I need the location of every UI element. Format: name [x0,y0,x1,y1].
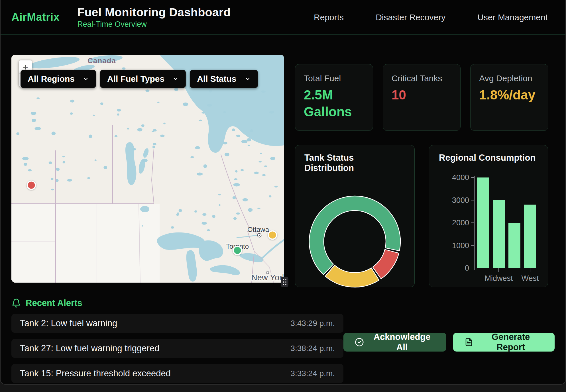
bell-icon [11,298,21,308]
stat-label: Critical Tanks [392,74,452,83]
alert-time: 3:33:24 p.m. [290,369,335,378]
chevron-down-icon [172,76,179,82]
nav-item-disaster-recovery[interactable]: Disaster Recovery [376,13,445,22]
filter-all-status[interactable]: All Status [190,70,258,88]
alert-message: Tank 27: Low fuel warning triggered [20,343,159,354]
filter-label: All Regions [28,74,75,84]
map-filter-bar: All RegionsAll Fuel TypesAll Status [21,70,258,88]
map-panel: Canada Ottawa Toronto New York + − All R… [11,55,284,283]
stat-card-critical-tanks: Critical Tanks 10 [383,64,461,131]
alert-time: 3:38:24 p.m. [290,344,335,353]
donut-chart [306,193,403,290]
dashboard-frame: AirMatrix Fuel Monitoring Dashboard Real… [0,0,566,385]
alert-message: Tank 2: Low fuel warning [20,318,117,328]
alerts-section: Recent Alerts Tank 2: Low fuel warning3:… [1,298,565,385]
y-tick-label: 3000 [452,196,469,205]
alerts-title: Recent Alerts [26,298,82,308]
alert-row[interactable]: Tank 27: Low fuel warning triggered3:38:… [11,339,343,358]
main-content: Canada Ottawa Toronto New York + − All R… [1,55,565,287]
y-tick-label: 2000 [452,219,469,227]
alert-actions: Acknowledge All Generate Report [343,333,555,385]
main-nav: ReportsDisaster RecoveryUser Management [314,13,555,22]
regional-consumption-card: Regional Consumption 01000200030004000Mi… [429,145,548,287]
filter-label: All Status [197,74,236,84]
header: AirMatrix Fuel Monitoring Dashboard Real… [1,0,565,35]
filter-label: All Fuel Types [107,74,164,84]
y-tick-label: 4000 [452,173,469,182]
alerts-header: Recent Alerts [11,298,555,308]
map-canvas[interactable]: Canada Ottawa Toronto New York [11,55,284,283]
map-label-ottawa: Ottawa [247,226,269,233]
bar-chart: 01000200030004000MidwestWest [429,164,548,287]
resize-grip[interactable] [281,277,288,287]
chevron-down-icon [245,76,251,82]
nav-item-user-management[interactable]: User Management [477,13,548,22]
chevron-down-icon [83,76,89,82]
stat-value: 2.5M Gallons [304,87,364,120]
filter-all-fuel-types[interactable]: All Fuel Types [100,70,186,88]
charts-row: Tank Status Distribution Regional Consum… [295,145,548,287]
title-block: Fuel Monitoring Dashboard Real-Time Over… [77,6,231,29]
y-tick-label: 0 [465,264,469,272]
check-circle-icon [355,337,364,347]
map-label-canada: Canada [87,56,116,65]
app-root: AirMatrix Fuel Monitoring Dashboard Real… [0,0,566,392]
x-tick-label: Midwest [484,274,513,283]
filter-all-regions[interactable]: All Regions [21,70,96,88]
acknowledge-all-button[interactable]: Acknowledge All [343,333,446,352]
bar-region-1 [477,177,489,268]
alert-message: Tank 15: Pressure threshold exceeded [20,368,171,379]
bar-chart-title: Regional Consumption [429,153,548,163]
page-title: Fuel Monitoring Dashboard [77,6,231,19]
stat-value: 10 [392,87,452,103]
nav-item-reports[interactable]: Reports [314,13,344,22]
y-tick-label: 1000 [452,241,469,250]
alert-row[interactable]: Tank 15: Pressure threshold exceeded3:33… [11,364,343,383]
acknowledge-all-label: Acknowledge All [369,332,435,352]
alerts-body: Tank 2: Low fuel warning3:43:29 p.m.Tank… [11,314,555,385]
alert-row[interactable]: Tank 2: Low fuel warning3:43:29 p.m. [11,314,343,333]
app-logo: AirMatrix [11,11,60,23]
map-label-new-york: New York [251,273,284,282]
stat-card-avg-depletion: Avg Depletion 1.8%/day [470,64,548,131]
tank-marker-critical[interactable] [27,180,36,190]
stat-label: Total Fuel [304,74,364,83]
generate-report-button[interactable]: Generate Report [453,333,555,352]
map-viewport[interactable]: Canada Ottawa Toronto New York + − All R… [11,55,284,283]
tank-status-card: Tank Status Distribution [295,145,415,287]
bar-west [524,205,536,268]
x-tick-label: West [521,274,539,283]
alerts-list: Tank 2: Low fuel warning3:43:29 p.m.Tank… [11,314,343,385]
generate-report-label: Generate Report [478,332,543,352]
donut-segment-warning [325,265,379,287]
bar-midwest [493,200,505,268]
stat-value: 1.8%/day [479,87,539,103]
stats-row: Total Fuel 2.5M Gallons Critical Tanks 1… [295,64,548,131]
page-subtitle: Real-Time Overview [77,20,231,29]
tank-marker-normal[interactable] [233,246,242,255]
right-column: Total Fuel 2.5M Gallons Critical Tanks 1… [295,55,555,287]
alert-time: 3:43:29 p.m. [290,319,335,328]
donut-segment-critical [373,250,399,279]
stat-card-total-fuel: Total Fuel 2.5M Gallons [295,64,373,131]
report-document-icon [465,338,473,347]
bar-region-3 [508,223,520,268]
stat-label: Avg Depletion [479,74,539,83]
donut-chart-title: Tank Status Distribution [304,153,405,173]
tank-marker-warning[interactable] [268,230,277,240]
